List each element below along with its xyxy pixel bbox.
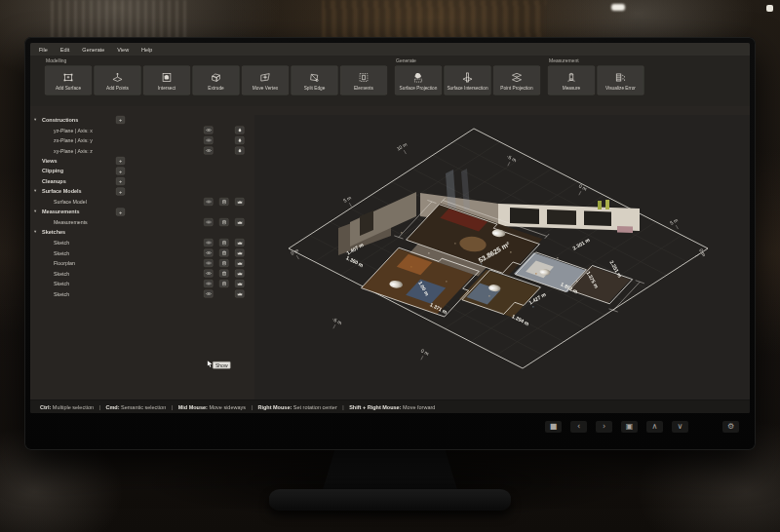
delete-button[interactable] xyxy=(219,218,229,226)
statusbar: Ctrl: Multiple selection | Cmd: Semantic… xyxy=(30,399,750,413)
hint-ctrl: Ctrl: Multiple selection xyxy=(40,403,94,409)
color-button[interactable] xyxy=(235,147,245,155)
visibility-button[interactable] xyxy=(204,280,214,287)
eye-icon xyxy=(206,250,212,255)
toolbar-group-modelling: Modelling Add Surface xyxy=(45,58,387,107)
item-label: Sketch xyxy=(54,240,69,246)
sidebar-item-yz-plane[interactable]: yz-Plane | Axis: x xyxy=(30,126,254,136)
add-button[interactable]: + xyxy=(116,168,125,175)
visibility-button[interactable] xyxy=(204,239,214,247)
osd-up-button[interactable]: ∧ xyxy=(646,421,663,433)
sidebar-section-cleanups[interactable]: Cleanups + xyxy=(30,176,254,187)
toolbar-button-add-surface[interactable]: Add Surface xyxy=(45,66,92,95)
sidebar-item-floorplan[interactable]: Floorplan xyxy=(30,258,254,269)
toolbar-button-surface-intersection[interactable]: Surface Intersection xyxy=(445,66,491,95)
export-button[interactable] xyxy=(235,280,245,287)
toolbar-button-elements[interactable]: Elements xyxy=(340,66,387,95)
export-button[interactable] xyxy=(235,218,245,226)
section-label: Constructions xyxy=(42,117,78,123)
menu-help[interactable]: Help xyxy=(141,47,152,53)
eye-icon xyxy=(206,291,212,296)
add-button[interactable]: + xyxy=(116,116,125,124)
visibility-button[interactable] xyxy=(204,290,214,298)
osd-display-button[interactable]: ▣ xyxy=(621,421,638,433)
toolbar-button-intersect[interactable]: Intersect xyxy=(143,66,190,95)
sidebar-section-clipping[interactable]: Clipping + xyxy=(30,167,254,177)
delete-button[interactable] xyxy=(219,239,229,247)
delete-button[interactable] xyxy=(219,280,229,287)
visibility-button[interactable] xyxy=(204,198,214,206)
surface-intersection-icon xyxy=(461,71,474,84)
expander-icon[interactable]: ▾ xyxy=(34,229,36,234)
visibility-button[interactable] xyxy=(204,270,214,278)
color-button[interactable] xyxy=(235,127,245,134)
toolbar-button-split-edge[interactable]: Split Edge xyxy=(292,66,338,95)
osd-stop-button[interactable]: ■ xyxy=(545,421,562,433)
point-projection-icon xyxy=(511,71,524,84)
droplet-icon xyxy=(237,148,243,153)
export-button[interactable] xyxy=(235,239,245,247)
menu-edit[interactable]: Edit xyxy=(60,47,69,53)
add-button[interactable]: + xyxy=(116,188,125,196)
toolbar-button-measure[interactable]: Measure xyxy=(548,66,595,95)
add-button[interactable]: + xyxy=(116,177,125,185)
expander-icon[interactable]: ▾ xyxy=(34,117,36,122)
export-button[interactable] xyxy=(235,249,245,257)
visibility-button[interactable] xyxy=(204,218,214,226)
section-label: Surface Models xyxy=(42,188,82,194)
sidebar-item-surface-model[interactable]: Surface Model xyxy=(30,197,254,208)
delete-button[interactable] xyxy=(219,270,229,278)
color-button[interactable] xyxy=(235,136,245,144)
sidebar-item-sketch-4[interactable]: Sketch xyxy=(30,279,254,289)
add-button[interactable]: + xyxy=(116,209,125,216)
toolbar-button-extrude[interactable]: Extrude xyxy=(193,66,240,95)
delete-button[interactable] xyxy=(219,249,229,257)
trash-icon xyxy=(221,241,227,246)
visibility-button[interactable] xyxy=(204,249,214,257)
sidebar-item-sketch-5[interactable]: Sketch xyxy=(30,289,254,300)
menu-generate[interactable]: Generate xyxy=(82,47,104,53)
sidebar-section-constructions[interactable]: ▾ Constructions + xyxy=(30,115,254,126)
sidebar-section-surface-models[interactable]: ▾ Surface Models + xyxy=(30,187,254,198)
export-button[interactable] xyxy=(235,290,245,298)
toolbar-button-move-vertex[interactable]: Move Vertex xyxy=(242,66,289,95)
export-icon xyxy=(237,241,243,246)
toolbar-button-point-projection[interactable]: Point Projection xyxy=(493,66,540,95)
sidebar-item-xy-plane[interactable]: xy-Plane | Axis: z xyxy=(30,146,254,157)
export-icon xyxy=(237,220,243,225)
osd-next-button[interactable]: › xyxy=(596,421,612,433)
viewport-3d[interactable]: 53.8625 m² 2.301 m 2.251 m 1.802 m 1.375… xyxy=(254,115,750,399)
sidebar-item-sketch-1[interactable]: Sketch xyxy=(30,238,254,248)
expander-icon[interactable]: ▾ xyxy=(34,209,36,213)
sidebar-item-measurements[interactable]: Measurements xyxy=(30,217,254,228)
add-button[interactable]: + xyxy=(116,157,125,165)
menu-view[interactable]: View xyxy=(117,47,129,53)
delete-button[interactable] xyxy=(219,259,229,267)
toolbar-button-visualize-error[interactable]: Visualize Error xyxy=(598,66,644,95)
sidebar-section-sketches[interactable]: ▾ Sketches xyxy=(30,228,254,239)
sidebar-item-sketch-3[interactable]: Sketch xyxy=(30,269,254,280)
expander-icon[interactable]: ▾ xyxy=(34,188,36,193)
sidebar-section-views[interactable]: Views + xyxy=(30,156,254,167)
section-label: Clipping xyxy=(42,168,63,173)
droplet-icon xyxy=(237,128,243,133)
monitor: File Edit Generate View Help Modelling xyxy=(24,37,756,450)
osd-previous-button[interactable]: ‹ xyxy=(570,421,587,433)
osd-settings-button[interactable]: ⚙ xyxy=(722,421,739,433)
item-label: Sketch xyxy=(54,250,69,256)
toolbar-button-surface-projection[interactable]: Surface Projection xyxy=(395,66,442,95)
sidebar-item-sketch-2[interactable]: Sketch xyxy=(30,248,254,259)
sidebar-item-zx-plane[interactable]: zx-Plane | Axis: y xyxy=(30,135,254,146)
osd-down-button[interactable]: ∨ xyxy=(672,421,688,433)
visibility-button[interactable] xyxy=(204,259,214,267)
export-button[interactable] xyxy=(235,198,245,206)
visibility-button[interactable] xyxy=(204,136,214,144)
visibility-button[interactable] xyxy=(204,147,214,155)
sidebar-section-measurements[interactable]: ▾ Measurements + xyxy=(30,208,254,218)
delete-button[interactable] xyxy=(219,198,229,206)
menu-file[interactable]: File xyxy=(39,47,48,53)
visibility-button[interactable] xyxy=(204,127,214,134)
export-button[interactable] xyxy=(235,259,245,267)
export-button[interactable] xyxy=(235,270,245,278)
toolbar-button-add-points[interactable]: Add Points xyxy=(95,66,141,95)
